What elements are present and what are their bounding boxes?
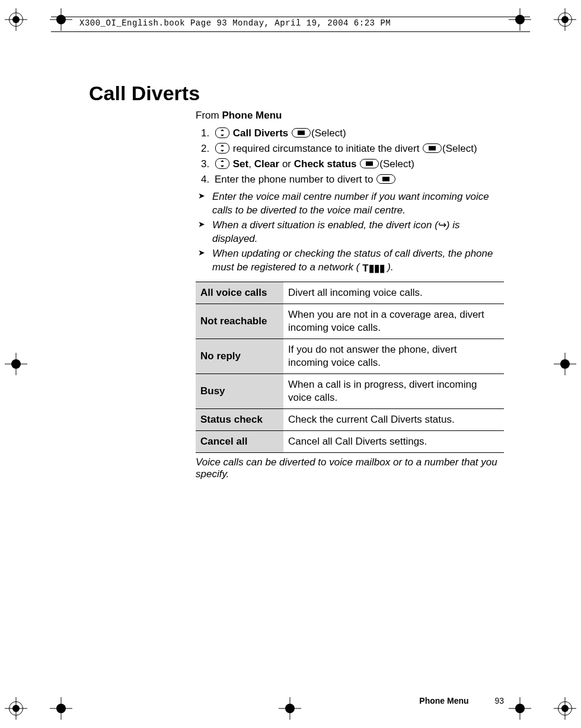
regmark-left-center	[5, 353, 27, 375]
from-line: From Phone Menu	[196, 110, 504, 122]
regmark-bottom-right	[554, 697, 576, 720]
steps-list: Call Diverts (Select) required circumsta…	[196, 127, 504, 186]
table-row: Status check Check the current Call Dive…	[196, 409, 504, 431]
table-desc: Check the current Call Diverts status.	[283, 409, 504, 431]
table-label: Status check	[196, 409, 283, 431]
step-3-bold3: Check status	[294, 158, 357, 170]
table-row: All voice calls Divert all incoming voic…	[196, 282, 504, 304]
regmark-bottom-inner-left	[50, 697, 72, 720]
table-row: Busy When a call is in progress, divert …	[196, 374, 504, 409]
regmark-bottom-inner-right	[509, 697, 531, 720]
table-desc: When you are not in a coverage area, div…	[283, 304, 504, 339]
table-desc: When a call is in progress, divert incom…	[283, 374, 504, 409]
step-2-pre: required circumstance to initiate the di…	[233, 143, 422, 154]
table-row: Cancel all Cancel all Call Diverts setti…	[196, 431, 504, 453]
table-label: No reply	[196, 339, 283, 373]
step-3-mid: ,	[248, 158, 254, 170]
step-1-post: (Select)	[311, 127, 346, 139]
signal-icon: T▮▮▮	[362, 262, 384, 276]
regmark-top-right	[554, 8, 576, 31]
table-label: Cancel all	[196, 431, 283, 453]
page: X300_OI_English.book Page 93 Monday, Apr…	[0, 0, 581, 728]
regmark-top-left	[5, 8, 27, 31]
from-prefix: From	[196, 110, 222, 121]
table-desc: Cancel all Call Diverts settings.	[283, 431, 504, 453]
step-3-bold2: Clear	[254, 158, 280, 170]
soft-key-icon	[292, 128, 311, 138]
below-table-note: Voice calls can be diverted to voice mai…	[196, 456, 504, 480]
nav-key-icon	[215, 158, 229, 169]
step-3: Set, Clear or Check status (Select)	[212, 158, 504, 170]
note-3-post: ).	[385, 261, 394, 273]
table-label: Busy	[196, 374, 283, 409]
table-desc: If you do not answer the phone, divert i…	[283, 339, 504, 373]
footer-page-number: 93	[494, 696, 504, 705]
table-label: Not reachable	[196, 304, 283, 339]
divert-icon: ↪	[438, 219, 446, 231]
table-desc: Divert all incoming voice calls.	[283, 282, 504, 304]
step-3-mid2: or	[279, 158, 294, 170]
soft-key-icon	[376, 174, 395, 184]
divert-table: All voice calls Divert all incoming voic…	[196, 282, 504, 454]
footer-section: Phone Menu	[419, 696, 468, 705]
page-footer: Phone Menu 93	[419, 696, 504, 705]
step-1-bold: Call Diverts	[233, 127, 289, 139]
step-1: Call Diverts (Select)	[212, 127, 504, 139]
note-1: Enter the voice mail centre number if yo…	[196, 190, 504, 218]
note-3: When updating or checking the status of …	[196, 247, 504, 276]
content-area: Call Diverts From Phone Menu Call Divert…	[77, 71, 504, 490]
step-3-post: (Select)	[379, 158, 414, 170]
nav-key-icon	[215, 143, 229, 154]
table-row: Not reachable When you are not in a cove…	[196, 304, 504, 339]
note-3-pre: When updating or checking the status of …	[212, 248, 493, 273]
step-3-bold1: Set	[233, 158, 248, 170]
step-4: Enter the phone number to divert to	[212, 174, 504, 186]
body-column: From Phone Menu Call Diverts (Select) re…	[196, 110, 504, 480]
table-row: No reply If you do not answer the phone,…	[196, 339, 504, 373]
regmark-right-center	[554, 353, 576, 375]
running-header: X300_OI_English.book Page 93 Monday, Apr…	[51, 17, 530, 32]
note-2-pre: When a divert situation is enabled, the …	[212, 219, 438, 231]
note-2: When a divert situation is enabled, the …	[196, 219, 504, 246]
soft-key-icon	[423, 143, 442, 153]
nav-key-icon	[215, 127, 229, 138]
page-title: Call Diverts	[89, 82, 504, 105]
step-4-pre: Enter the phone number to divert to	[215, 174, 376, 185]
from-menu: Phone Menu	[222, 110, 282, 121]
step-2-post: (Select)	[442, 143, 477, 154]
table-label: All voice calls	[196, 282, 283, 304]
regmark-bottom-center	[279, 697, 301, 720]
step-2: required circumstance to initiate the di…	[212, 143, 504, 155]
running-title: X300_OI_English.book Page 93 Monday, Apr…	[79, 18, 391, 28]
regmark-bottom-left	[5, 697, 27, 720]
soft-key-icon	[360, 159, 379, 168]
notes-list: Enter the voice mail centre number if yo…	[196, 190, 504, 276]
